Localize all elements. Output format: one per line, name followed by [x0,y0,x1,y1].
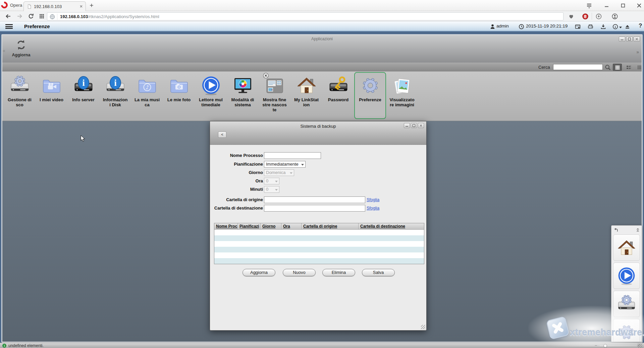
app-item-11[interactable]: Preferenze [354,72,386,119]
user-label[interactable]: admin [496,23,509,28]
dock-tile-my-linkstation[interactable] [613,234,640,261]
window-icon[interactable] [575,24,581,30]
browser-menu-icon[interactable] [586,3,592,8]
table-row[interactable] [214,241,424,247]
app-item-7[interactable]: Modalità di sistema [227,72,259,119]
back-icon[interactable] [5,13,11,19]
process-name-input[interactable] [264,152,321,159]
stop-badge-icon[interactable] [582,13,588,19]
play-icon [200,75,222,96]
dialog-close-button[interactable] [418,123,424,128]
elimina-button[interactable]: Elimina [322,269,355,276]
table-row[interactable] [214,235,424,241]
info-caret-icon[interactable] [619,26,622,29]
screen: Opera 192.168.0.103 192.168.0.103/rtknas… [0,0,644,348]
opera-brand-label[interactable]: Opera [10,3,22,8]
forward-icon[interactable] [17,13,22,19]
dialog-minimize-button[interactable] [404,123,410,128]
chevron-down-icon [290,172,292,175]
device-icon[interactable] [588,24,593,30]
app-item-6[interactable]: Lettore mul timediale [195,72,227,119]
table-row[interactable] [214,247,424,252]
folder-video-icon [41,75,62,96]
nuovo-button[interactable]: Nuovo [283,269,316,276]
app-item-4[interactable]: ♪La mia musi ca [131,72,163,119]
grid-view-button[interactable] [613,64,622,71]
info-icon[interactable] [612,24,618,30]
refresh-button[interactable]: Aggiorna [10,39,32,57]
app-item-0[interactable]: Gestione di sco [4,72,36,119]
table-column-header[interactable]: Pianificazi [238,223,261,229]
table-column-header[interactable]: Cartella di destinazione [359,223,424,229]
field-label: Cartella di destinazione [210,205,263,212]
overflow-right-chevron[interactable]: » [636,49,639,55]
table-row[interactable] [214,258,424,264]
folder-music-icon: ♪ [137,75,158,96]
destination-folder-input[interactable] [264,205,365,212]
dialog-maximize-button[interactable] [411,123,417,128]
hour-select-value: 0 [266,178,268,183]
detail-view-button[interactable] [635,64,643,71]
table-row[interactable] [214,230,424,235]
heart-icon[interactable] [568,13,574,19]
site-badge-icon[interactable] [50,14,55,19]
undo-icon[interactable] [613,227,619,232]
profile-icon[interactable] [612,13,618,19]
hamburger-icon[interactable] [5,24,13,29]
user-icon[interactable] [490,24,495,30]
close-badge-icon [263,73,269,78]
eject-icon[interactable] [625,24,630,30]
day-select[interactable]: Domenica [264,169,294,176]
dock-tile-media-player[interactable] [613,263,640,289]
browser-close-button[interactable] [636,3,642,8]
backup-jobs-table[interactable]: Nome ProcPianificaziGiornoOraCartella di… [214,223,424,264]
browser-maximize-button[interactable] [620,3,626,8]
speed-dial-icon[interactable] [39,13,45,19]
browser-minimize-button[interactable] [604,3,609,8]
applications-window-header: Applicazioni Aggiorna « » [2,35,642,63]
destination-browse-link[interactable]: Sfoglia [367,206,379,211]
schedule-select[interactable]: Immediatamente [264,161,306,168]
hour-select[interactable]: 0 [264,178,279,184]
minute-select[interactable]: 0 [264,186,279,193]
window-restore-button[interactable] [626,37,633,42]
app-item-9[interactable]: My LinkStat ion [290,72,322,119]
list-view-button[interactable] [624,64,633,71]
download-icon[interactable] [600,24,606,30]
app-item-2[interactable]: iInfo server [67,72,99,119]
source-browse-link[interactable]: Sfoglia [367,197,379,202]
search-input[interactable] [553,64,603,70]
collapse-left-chevron[interactable]: « [3,48,5,53]
table-column-header[interactable]: Nome Proc [214,223,238,229]
salva-button[interactable]: Salva [362,269,395,276]
help-button[interactable]: ? [639,22,642,29]
table-column-header[interactable]: Ora [281,223,302,229]
window-minimize-button[interactable] [619,37,625,42]
new-tab-button[interactable] [89,3,94,8]
app-item-3[interactable]: iInformazion i Disk [99,72,131,119]
dialog-resize-grip[interactable] [421,325,425,329]
aggiorna-button[interactable]: Aggiorna [243,269,275,276]
table-row[interactable] [214,252,424,258]
table-column-header[interactable]: Giorno [261,223,281,229]
collapse-icon[interactable] [635,227,640,232]
reload-icon[interactable] [28,13,34,19]
app-item-5[interactable]: Le mie foto [163,72,195,119]
window-close-button[interactable] [634,37,640,42]
browser-tab[interactable]: 192.168.0.103 [23,1,86,11]
app-item-1[interactable]: I miei video [36,72,67,119]
search-icon[interactable] [605,64,611,70]
source-folder-input[interactable] [264,196,365,203]
table-column-header[interactable]: Cartella di origine [302,223,359,229]
opera-logo-icon[interactable] [0,0,9,10]
download-circle-icon[interactable] [596,13,602,19]
dialog-back-button[interactable]: < [218,131,226,138]
tab-close-icon[interactable] [79,4,83,8]
app-label: Preferenze [355,97,385,102]
app-item-8[interactable]: Mostra fine stre nascos te [259,72,290,119]
app-item-10[interactable]: Password [322,72,354,119]
tab-title: 192.168.0.103 [34,4,62,9]
app-item-12[interactable]: Visualizzato re immagini [386,72,418,119]
backup-dialog-header[interactable]: Sistema di backup < [210,121,426,145]
url-field[interactable]: 192.168.0.103/rtknas2/Applications/Syste… [47,12,564,20]
